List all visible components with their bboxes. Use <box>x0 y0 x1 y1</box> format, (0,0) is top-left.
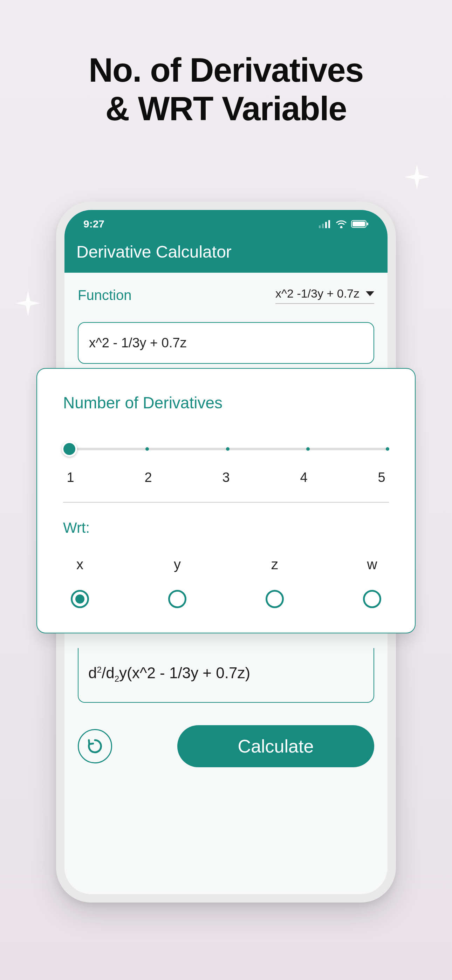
hero-line1: No. of Derivatives <box>89 51 363 89</box>
status-time: 9:27 <box>83 218 104 230</box>
slider-thumb[interactable] <box>62 441 77 457</box>
wrt-option-x[interactable]: x <box>71 557 89 608</box>
wrt-letter: w <box>367 557 377 573</box>
content-area: Function x^2 -1/3y + 0.7z x^2 - 1/3y + 0… <box>64 273 388 364</box>
radio[interactable] <box>363 590 381 608</box>
wifi-icon <box>336 220 347 228</box>
battery-icon <box>351 220 369 228</box>
action-row: Calculate <box>78 725 374 767</box>
slider-label: 1 <box>65 470 76 485</box>
reset-icon <box>86 737 104 755</box>
status-icons <box>319 220 369 228</box>
function-input-value: x^2 - 1/3y + 0.7z <box>89 336 187 350</box>
slider-tick <box>386 447 389 451</box>
wrt-option-z[interactable]: z <box>266 557 284 608</box>
status-bar: 9:27 <box>64 210 388 238</box>
slider-tick <box>226 447 229 451</box>
result-display: d2/d2y(x^2 - 1/3y + 0.7z) <box>78 648 374 703</box>
svg-rect-7 <box>367 223 368 225</box>
derivatives-slider[interactable] <box>63 444 389 454</box>
wrt-options: x y z w <box>63 557 389 608</box>
signal-icon <box>319 220 331 228</box>
wrt-option-y[interactable]: y <box>168 557 186 608</box>
app-header: Derivative Calculator <box>64 238 388 273</box>
divider <box>63 502 389 503</box>
slider-label: 3 <box>221 470 231 485</box>
radio-selected[interactable] <box>71 590 89 608</box>
hero-title: No. of Derivatives & WRT Variable <box>0 0 452 128</box>
sparkle-icon <box>14 289 42 317</box>
slider-labels: 1 2 3 4 5 <box>63 470 389 485</box>
wrt-label: Wrt: <box>63 519 389 536</box>
wrt-letter: x <box>76 557 83 573</box>
svg-rect-1 <box>322 224 324 228</box>
wrt-letter: y <box>174 557 181 573</box>
derivatives-title: Number of Derivatives <box>63 393 389 412</box>
wrt-letter: z <box>271 557 278 573</box>
reset-button[interactable] <box>78 729 112 764</box>
slider-label: 4 <box>299 470 309 485</box>
function-dropdown[interactable]: x^2 -1/3y + 0.7z <box>275 287 374 304</box>
app-title: Derivative Calculator <box>76 242 376 261</box>
calculate-label: Calculate <box>238 736 314 756</box>
svg-rect-2 <box>325 222 327 228</box>
svg-rect-0 <box>319 225 321 228</box>
derivatives-popover: Number of Derivatives 1 2 3 4 5 Wrt: x y… <box>37 368 415 633</box>
calculate-button[interactable]: Calculate <box>177 725 374 767</box>
slider-label: 2 <box>143 470 153 485</box>
slider-tick <box>145 447 149 451</box>
chevron-down-icon <box>366 291 374 296</box>
radio[interactable] <box>266 590 284 608</box>
sparkle-icon <box>403 163 431 191</box>
function-input[interactable]: x^2 - 1/3y + 0.7z <box>78 322 374 364</box>
svg-rect-3 <box>328 220 330 228</box>
wrt-option-w[interactable]: w <box>363 557 381 608</box>
svg-rect-6 <box>352 221 365 226</box>
result-area: d2/d2y(x^2 - 1/3y + 0.7z) Calculate <box>78 648 374 767</box>
slider-tick <box>306 447 310 451</box>
function-label: Function <box>78 287 131 303</box>
hero-line2: & WRT Variable <box>105 90 347 127</box>
dropdown-value: x^2 -1/3y + 0.7z <box>275 287 360 301</box>
svg-point-4 <box>341 226 342 228</box>
slider-label: 5 <box>376 470 387 485</box>
radio[interactable] <box>168 590 186 608</box>
